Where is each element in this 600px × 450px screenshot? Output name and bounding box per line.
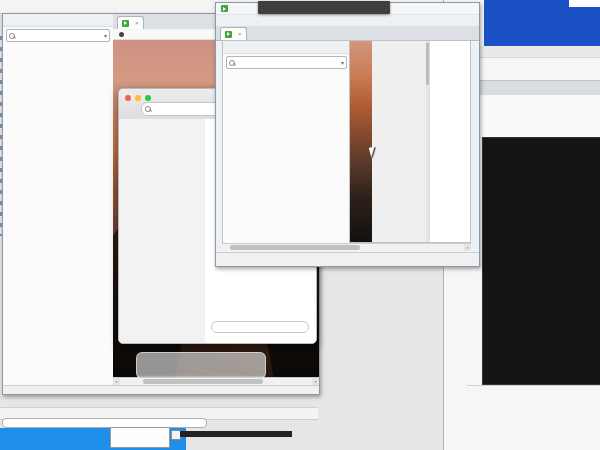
wallpaper — [350, 41, 372, 243]
toolbar-background — [471, 46, 600, 58]
bottom-scrollbar[interactable] — [180, 431, 292, 437]
apple-menu-icon[interactable] — [119, 32, 124, 37]
vm-screen-powered-off[interactable] — [482, 137, 600, 385]
tab-mp01-156786[interactable]: × — [220, 27, 247, 40]
conversation-list — [119, 119, 206, 343]
vm-thumbnail-placeholder — [110, 427, 170, 448]
zoom-window-icon[interactable] — [145, 95, 151, 101]
close-icon[interactable]: × — [238, 31, 242, 37]
library-panel: ▾ — [3, 14, 114, 385]
vm-running-icon — [122, 20, 129, 27]
search-icon — [145, 106, 151, 112]
library-panel: ▾ — [222, 40, 351, 245]
tab-bar: × — [216, 26, 479, 41]
close-icon[interactable]: × — [135, 20, 139, 26]
macos-dock — [136, 352, 266, 379]
library-search-input[interactable]: ▾ — [6, 29, 110, 42]
search-icon — [229, 60, 235, 66]
right-content-rows — [478, 95, 600, 138]
tab-mp01-156788[interactable]: × — [117, 16, 144, 29]
messages-search-input[interactable] — [141, 102, 223, 116]
library-search-input[interactable]: ▾ — [226, 56, 347, 69]
close-window-icon[interactable] — [125, 95, 131, 101]
vm-details-panel — [461, 385, 600, 450]
vm-running-icon — [225, 31, 232, 38]
minimize-window-icon[interactable] — [135, 95, 141, 101]
imessage-input[interactable] — [211, 321, 309, 333]
chevron-down-icon[interactable]: ▾ — [104, 32, 107, 39]
vm-control-tooltip — [258, 1, 390, 14]
vm-console — [349, 40, 471, 243]
conversation-list — [372, 41, 426, 243]
vmware-window-mp01-156786: × ▾ › — [215, 2, 480, 267]
vm-tree — [223, 71, 350, 74]
conversation-pane — [429, 41, 471, 243]
window-controls[interactable] — [569, 0, 600, 7]
search-icon — [9, 33, 15, 39]
bottom-input-bar[interactable] — [2, 418, 207, 428]
vm-tree — [3, 44, 113, 47]
traffic-lights — [125, 95, 151, 101]
screen: ▾ × ‹› — [0, 0, 600, 450]
vmware-icon — [221, 5, 228, 12]
chevron-down-icon[interactable]: ▾ — [341, 59, 344, 66]
